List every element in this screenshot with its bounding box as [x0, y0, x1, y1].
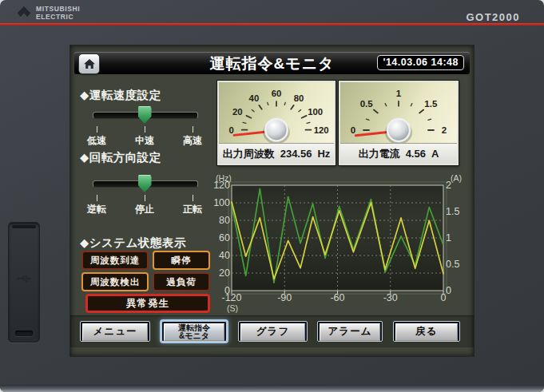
gauge-dial: 020406080100120 [219, 82, 334, 143]
slider-tick-mark [193, 126, 193, 133]
y-left-tick-label: 40 [211, 250, 230, 261]
status-lamp: 異常発生 [85, 294, 210, 313]
brand-line2: ELECTRIC [36, 14, 80, 21]
nav-button-back[interactable]: 戻る [393, 321, 460, 342]
slider-tick-mark [97, 195, 97, 201]
nav-button-alarm[interactable]: アラーム [317, 321, 383, 342]
gauge-hub [387, 119, 410, 141]
gauge-caption-strip: 出力周波数234.56Hz [219, 144, 334, 164]
gauge-scale-label: 80 [294, 93, 304, 103]
hmi-device-frame: MITSUBISHI ELECTRIC GOT2000 運転指令&モニタ '1 [0, 0, 544, 392]
speed-slider: 低速中速高速 [93, 106, 197, 145]
slider-handle[interactable] [138, 106, 152, 124]
gauge-value: 234.56 [280, 148, 312, 160]
usb-cover-door[interactable] [8, 222, 40, 343]
mitsubishi-logo-icon [16, 6, 32, 21]
gauge-scale-label: 1.5 [424, 99, 438, 109]
y-left-tick-label: 120 [211, 180, 230, 191]
gauge-hub [265, 119, 288, 141]
slider-tick-label: 正転 [175, 203, 210, 216]
nav-button-graph[interactable]: グラフ [238, 321, 308, 342]
nav-button-label: 戻る [415, 327, 437, 337]
y-right-tick-label: 2 [446, 180, 468, 191]
slider-tick-label: 逆転 [79, 203, 114, 216]
y-left-tick-label: 100 [211, 197, 230, 208]
brand-text: MITSUBISHI ELECTRIC [36, 6, 80, 21]
slider-tick-label: 低速 [79, 134, 114, 148]
x-tick-label: -120 [216, 292, 248, 303]
nav-button-face: 運転指令&モニタ [164, 323, 224, 341]
direction-slider: 逆転停止正転 [93, 175, 197, 213]
nav-button-face: 戻る [395, 323, 458, 341]
clock-display: '14.03.06 14:48 [377, 55, 464, 70]
nav-button-menu[interactable]: メニュー [80, 321, 150, 342]
y-right-tick-label: 1.5 [446, 206, 468, 217]
nav-button-face: メニュー [82, 323, 148, 341]
model-text: GOT2000 [466, 11, 520, 23]
x-tick-label: -90 [268, 292, 300, 303]
x-axis-unit: (S) [227, 303, 238, 313]
gauge-scale-label: 0 [229, 125, 234, 135]
gauge-dial: 00.511.52 [340, 82, 457, 143]
usb-cover-latch[interactable] [15, 331, 33, 336]
gauge-scale-label: 0.5 [360, 99, 374, 109]
slider-tick-mark [97, 126, 97, 133]
x-tick-label: -30 [375, 292, 407, 303]
gauge-scale-label: 20 [232, 107, 243, 117]
gauge-face: 020406080100120 [219, 82, 334, 144]
nav-button-face: アラーム [320, 323, 380, 341]
gauge-scale-label: 0 [351, 125, 355, 135]
gauge-caption: 出力電流 [359, 147, 400, 161]
slider-handle[interactable] [138, 175, 152, 192]
gauge-unit: A [431, 148, 439, 160]
speed-section-label: ◆運転速度設定 [80, 88, 161, 103]
brand-logo: MITSUBISHI ELECTRIC [16, 6, 80, 21]
status-lamp: 周波数到達 [81, 251, 149, 270]
gauge-scale-label: 100 [308, 107, 323, 117]
slider-tick-mark [145, 195, 145, 201]
nav-button-label: グラフ [256, 327, 289, 337]
device-bottom-edge [0, 385, 544, 392]
usb-cover-slot [12, 225, 36, 228]
y-right-tick-label: 1 [446, 232, 468, 244]
nav-button-face: グラフ [240, 323, 305, 341]
slider-tick-label: 中速 [127, 134, 162, 148]
accent-stripe [0, 23, 544, 26]
status-section-label: ◆システム状態表示 [80, 236, 186, 251]
gauge-scale-label: 120 [314, 125, 329, 135]
gauge-unit: Hz [317, 148, 330, 160]
gauge-output-current: 00.511.52出力電流4.56A [339, 81, 459, 165]
x-tick-label: -60 [322, 292, 354, 303]
header-bar: 運転指令&モニタ '14.03.06 14:48 [74, 52, 470, 74]
slider-tick-label: 高速 [175, 134, 210, 148]
gauge-scale-label: 60 [272, 89, 282, 98]
bottom-nav-bar: メニュー運転指令&モニタグラフアラーム戻る [70, 315, 474, 347]
gauge-scale-label: 1 [396, 89, 402, 98]
y-left-tick-label: 20 [211, 267, 230, 279]
gauge-caption: 出力周波数 [223, 147, 275, 161]
nav-button-label: メニュー [93, 327, 137, 337]
status-lamp: 過負荷 [153, 272, 210, 291]
status-lamp: 周波数検出 [81, 272, 149, 291]
nav-button-op-command-monitor[interactable]: 運転指令&モニタ [161, 321, 227, 342]
slider-tick-mark [145, 126, 145, 133]
gauge-caption-strip: 出力電流4.56A [340, 144, 457, 164]
slider-tick-mark [193, 195, 193, 201]
trend-graph: (Hz)(A)(S)02040608010012000.511.52-120-9… [211, 165, 474, 317]
touch-screen: 運転指令&モニタ '14.03.06 14:48 ◆運転速度設定 低速中速高速 … [70, 46, 474, 356]
nav-button-label: アラーム [328, 327, 372, 337]
status-lamp: 瞬停 [153, 251, 210, 270]
gauge-scale-label: 2 [442, 125, 447, 135]
nav-button-label: &モニタ [179, 332, 209, 341]
gauge-output-frequency: 020406080100120出力周波数234.56Hz [217, 81, 336, 165]
y-left-tick-label: 60 [211, 232, 230, 244]
direction-section-label: ◆回転方向設定 [80, 150, 161, 165]
x-tick-label: 0 [427, 292, 459, 303]
gauge-scale-label: 40 [249, 93, 260, 103]
gauge-value: 4.56 [406, 148, 426, 160]
status-lamp-grid: 周波数到達瞬停周波数検出過負荷異常発生 [81, 251, 213, 313]
usb-icon [16, 274, 32, 283]
y-left-tick-label: 80 [211, 215, 230, 226]
gauge-face: 00.511.52 [340, 82, 457, 144]
slider-tick-label: 停止 [127, 203, 162, 216]
